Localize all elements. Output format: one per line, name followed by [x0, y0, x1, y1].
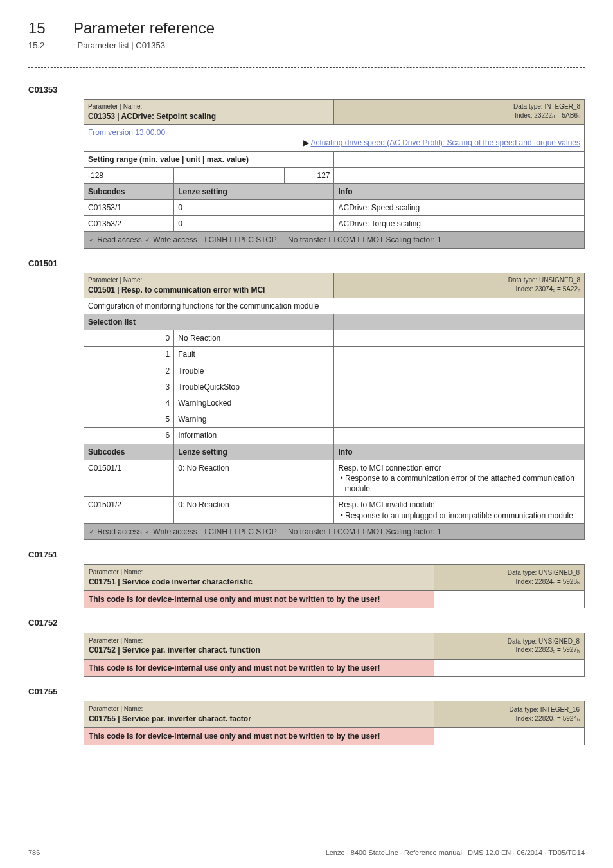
internal-use-warning: This code is for device-internal use onl…	[84, 591, 434, 608]
col-subcodes: Subcodes	[84, 444, 174, 460]
table-row: C01353/1	[84, 200, 174, 216]
access-flags: ☑ Read access ☑ Write access ☐ CINH ☐ PL…	[84, 232, 585, 248]
param-header-lead: Parameter | Name:	[88, 276, 330, 285]
access-flags: ☑ Read access ☑ Write access ☐ CINH ☐ PL…	[84, 523, 585, 539]
list-item: 5	[84, 411, 174, 428]
internal-use-warning: This code is for device-internal use onl…	[84, 727, 434, 745]
section-number: 15.2	[28, 41, 44, 50]
list-item: Warning	[174, 411, 334, 428]
from-version: From version 13.00.00	[88, 127, 580, 138]
section-title: Parameter list | C01353	[78, 41, 165, 50]
table-c01751: Parameter | Name: C01751 | Service code …	[84, 564, 585, 608]
ref-arrow-icon: ▶	[303, 138, 309, 147]
code-label-c01353: C01353	[28, 84, 585, 96]
config-description: Configuration of monitoring functions fo…	[84, 298, 585, 314]
param-header-lead: Parameter | Name:	[88, 102, 330, 111]
list-item: Trouble	[174, 363, 334, 379]
code-label-c01755: C01755	[28, 686, 585, 698]
param-header-title: C01353 | ACDrive: Setpoint scaling	[88, 111, 330, 122]
header-divider	[28, 67, 585, 68]
param-header-lead: Parameter | Name:	[89, 637, 429, 646]
table-row: 0	[174, 216, 334, 232]
table-row: C01501/1	[84, 460, 174, 497]
table-c01501: Parameter | Name: C01501 | Resp. to comm…	[84, 273, 585, 540]
param-index: Index: 22820d = 5924h	[439, 714, 580, 723]
code-label-c01751: C01751	[28, 549, 585, 561]
table-row: ACDrive: Torque scaling	[334, 216, 585, 232]
param-index: Index: 22823d = 5927h	[439, 646, 580, 655]
param-datatype: Data type: UNSIGNED_8	[439, 637, 580, 646]
param-datatype: Data type: UNSIGNED_8	[338, 276, 580, 285]
list-item: WarningLocked	[174, 395, 334, 411]
param-header-title: C01501 | Resp. to communication error wi…	[88, 285, 330, 295]
table-c01353: Parameter | Name: C01353 | ACDrive: Setp…	[84, 99, 585, 248]
info-title: Resp. to MCI connection error	[338, 463, 580, 473]
param-index: Index: 23222d = 5AB6h	[338, 111, 580, 120]
info-bullet: • Response to a communication error of t…	[338, 473, 580, 494]
param-header-lead: Parameter | Name:	[89, 705, 429, 714]
code-label-c01501: C01501	[28, 258, 585, 269]
table-row: C01501/2	[84, 497, 174, 523]
param-datatype: Data type: UNSIGNED_8	[439, 568, 580, 577]
chapter-number: 15	[28, 19, 46, 37]
param-index: Index: 22824d = 5928h	[439, 577, 580, 586]
list-item: 0	[84, 330, 174, 347]
param-datatype: Data type: INTEGER_16	[439, 705, 580, 714]
col-info: Info	[334, 444, 585, 460]
table-row: 0: No Reaction	[174, 497, 334, 523]
code-label-c01752: C01752	[28, 617, 585, 629]
list-item: 3	[84, 379, 174, 395]
selection-list-label: Selection list	[84, 314, 334, 330]
param-header-lead: Parameter | Name:	[89, 568, 429, 577]
col-lenze: Lenze setting	[174, 183, 334, 199]
list-item: 1	[84, 347, 174, 363]
param-datatype: Data type: INTEGER_8	[338, 102, 580, 111]
list-item: 2	[84, 363, 174, 379]
param-index: Index: 23074d = 5A22h	[338, 285, 580, 294]
actuating-link[interactable]: Actuating drive speed (AC Drive Profil):…	[310, 138, 580, 147]
page-number: 786	[28, 848, 40, 858]
table-row: 0: No Reaction	[174, 460, 334, 497]
list-item: 6	[84, 428, 174, 444]
col-info: Info	[334, 183, 585, 199]
list-item: 4	[84, 395, 174, 411]
list-item: Information	[174, 428, 334, 444]
param-header-title: C01752 | Service par. inverter charact. …	[89, 645, 429, 655]
table-row: ACDrive: Speed scaling	[334, 200, 585, 216]
info-title: Resp. to MCI invalid module	[338, 500, 580, 510]
param-header-title: C01751 | Service code inverter character…	[89, 577, 429, 587]
param-header-title: C01755 | Service par. inverter charact. …	[89, 714, 429, 724]
list-item: No Reaction	[174, 330, 334, 347]
info-bullet: • Response to an unplugged or incompatib…	[338, 511, 580, 521]
chapter-title: Parameter reference	[73, 19, 215, 37]
table-c01755: Parameter | Name: C01755 | Service par. …	[84, 701, 585, 745]
table-row: 0	[174, 200, 334, 216]
internal-use-warning: This code is for device-internal use onl…	[84, 659, 434, 676]
table-c01752: Parameter | Name: C01752 | Service par. …	[84, 633, 585, 677]
col-subcodes: Subcodes	[84, 183, 174, 199]
setting-max: 127	[284, 167, 334, 183]
list-item: Fault	[174, 347, 334, 363]
footer-doc-info: Lenze · 8400 StateLine · Reference manua…	[326, 848, 585, 858]
setting-range-label: Setting range (min. value | unit | max. …	[88, 155, 249, 164]
setting-min: -128	[84, 167, 174, 183]
table-row: C01353/2	[84, 216, 174, 232]
col-lenze: Lenze setting	[174, 444, 334, 460]
list-item: TroubleQuickStop	[174, 379, 334, 395]
